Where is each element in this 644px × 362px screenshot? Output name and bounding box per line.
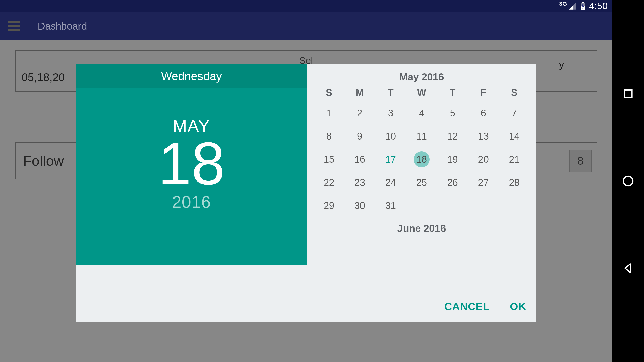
calendar-day[interactable]: 1	[321, 105, 337, 121]
calendar-day[interactable]: 17	[383, 151, 399, 167]
selected-weekday: Wednesday	[76, 64, 307, 88]
svg-rect-3	[624, 90, 632, 98]
page-title: Dashboard	[38, 21, 87, 32]
calendar-dow: T	[375, 87, 406, 98]
date-picker-dialog: Wednesday MAY 18 2016 May 2016 SMTWTFS12…	[76, 64, 536, 322]
selected-year[interactable]: 2016	[172, 192, 211, 212]
calendar-day[interactable]: 16	[352, 151, 368, 167]
calendar-dow: T	[437, 87, 468, 98]
calendar-day[interactable]: 24	[383, 174, 399, 191]
calendar-day[interactable]: 28	[506, 174, 522, 191]
back-button[interactable]	[621, 261, 635, 275]
calendar-day[interactable]: 4	[414, 105, 430, 121]
calendar-day[interactable]: 12	[445, 128, 461, 144]
calendar-day[interactable]: 8	[321, 128, 337, 144]
dialog-actions: CANCEL OK	[444, 301, 526, 313]
calendar-day[interactable]: 6	[475, 105, 492, 121]
calendar-day[interactable]: 9	[352, 128, 368, 144]
menu-icon[interactable]	[8, 21, 20, 31]
calendar-dow: S	[313, 87, 344, 98]
signal-icon	[568, 2, 577, 10]
calendar-day[interactable]: 10	[383, 128, 399, 144]
network-label: 3G	[559, 1, 567, 7]
calendar-day[interactable]: 29	[321, 198, 337, 214]
svg-rect-2	[582, 2, 584, 3]
svg-point-4	[623, 176, 633, 186]
calendar-day[interactable]: 14	[506, 128, 522, 144]
calendar-day[interactable]: 23	[352, 174, 368, 191]
calendar-dow: W	[406, 87, 437, 98]
calendar-day[interactable]: 20	[475, 151, 492, 167]
battery-charging-icon	[580, 2, 586, 10]
calendar-day[interactable]: 19	[445, 151, 461, 167]
calendar-panel: May 2016 SMTWTFS123456789101112131415161…	[307, 64, 536, 322]
calendar-month-title: May 2016	[313, 71, 530, 83]
home-button[interactable]	[621, 174, 635, 188]
calendar-day[interactable]: 7	[506, 105, 522, 121]
calendar-dow: M	[344, 87, 375, 98]
recent-apps-button[interactable]	[621, 87, 635, 101]
date-picker-header: Wednesday MAY 18 2016	[76, 64, 307, 265]
calendar-dow: F	[468, 87, 499, 98]
calendar-day[interactable]: 30	[352, 198, 368, 214]
calendar-day[interactable]: 31	[383, 198, 399, 214]
status-bar: 3G 4:50	[0, 0, 612, 12]
calendar-day[interactable]: 5	[445, 105, 461, 121]
calendar-grid: SMTWTFS123456789101112131415161718192021…	[313, 87, 530, 214]
calendar-day[interactable]: 13	[475, 128, 492, 144]
calendar-day[interactable]: 22	[321, 174, 337, 191]
calendar-day[interactable]: 11	[414, 128, 430, 144]
calendar-day[interactable]: 27	[475, 174, 492, 191]
calendar-next-month-title: June 2016	[313, 223, 530, 234]
status-clock: 4:50	[589, 1, 608, 11]
calendar-day[interactable]: 25	[414, 174, 430, 191]
calendar-day[interactable]: 18	[414, 151, 430, 167]
app-bar: Dashboard	[0, 12, 612, 40]
calendar-day[interactable]: 21	[506, 151, 522, 167]
selected-day[interactable]: 18	[158, 133, 225, 194]
calendar-dow: S	[499, 87, 530, 98]
calendar-day[interactable]: 3	[383, 105, 399, 121]
calendar-day[interactable]: 2	[352, 105, 368, 121]
system-nav-bar	[612, 0, 644, 362]
ok-button[interactable]: OK	[510, 301, 526, 313]
calendar-day[interactable]: 15	[321, 151, 337, 167]
cancel-button[interactable]: CANCEL	[444, 301, 490, 313]
calendar-day[interactable]: 26	[445, 174, 461, 191]
